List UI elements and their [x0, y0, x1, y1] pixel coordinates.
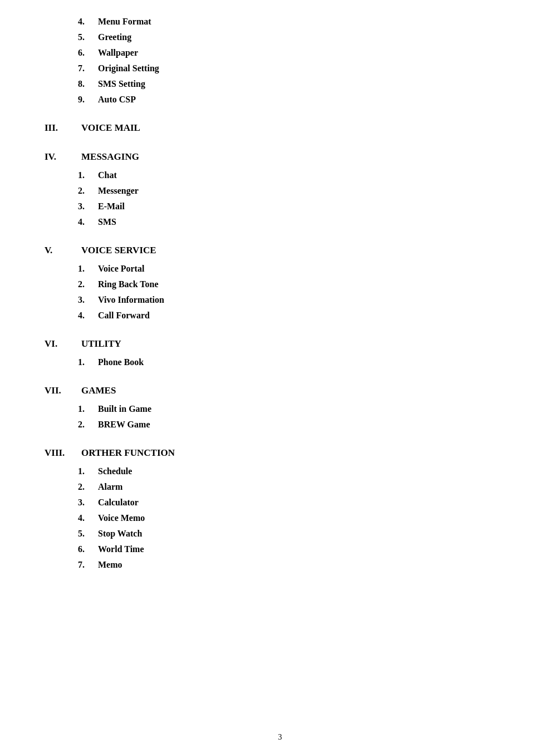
roman-numeral: III.: [45, 122, 72, 134]
item-number: 5.: [78, 32, 91, 42]
item-label: Ring Back Tone: [98, 279, 158, 289]
section-heading-voice-service: V. VOICE SERVICE: [45, 245, 515, 256]
list-item: 2. Ring Back Tone: [45, 279, 515, 289]
roman-numeral: VII.: [45, 385, 72, 396]
list-item: 3. Vivo Information: [45, 295, 515, 305]
section-heading-utility: VI. UTILITY: [45, 338, 515, 350]
list-item: 9. Auto CSP: [45, 95, 515, 105]
other-function-section: VIII. ORTHER FUNCTION 1. Schedule 2. Ala…: [45, 447, 515, 570]
item-label: Auto CSP: [98, 95, 136, 105]
section-title: VOICE SERVICE: [81, 245, 156, 256]
page-number: 3: [278, 733, 282, 741]
list-item: 6. World Time: [45, 544, 515, 554]
list-item: 2. Messenger: [45, 186, 515, 196]
item-number: 4.: [78, 217, 91, 227]
item-number: 2.: [78, 279, 91, 289]
item-label: Wallpaper: [98, 48, 138, 58]
roman-numeral: VIII.: [45, 447, 72, 459]
list-item: 7. Memo: [45, 560, 515, 570]
list-item: 5. Stop Watch: [45, 529, 515, 539]
utility-section: VI. UTILITY 1. Phone Book: [45, 338, 515, 367]
item-number: 1.: [78, 466, 91, 476]
item-number: 6.: [78, 544, 91, 554]
list-item: 4. Menu Format: [45, 17, 515, 27]
list-item: 2. BREW Game: [45, 420, 515, 430]
list-item: 3. E-Mail: [45, 201, 515, 211]
section-heading-voice-mail: III. VOICE MAIL: [45, 122, 515, 134]
section-heading-other-function: VIII. ORTHER FUNCTION: [45, 447, 515, 459]
section-heading-games: VII. GAMES: [45, 385, 515, 396]
section-title: ORTHER FUNCTION: [81, 447, 175, 459]
item-label: Schedule: [98, 466, 132, 476]
item-number: 9.: [78, 95, 91, 105]
item-number: 6.: [78, 48, 91, 58]
item-label: E-Mail: [98, 201, 125, 211]
list-item: 7. Original Setting: [45, 63, 515, 73]
messaging-section: IV. MESSAGING 1. Chat 2. Messenger 3. E-…: [45, 151, 515, 227]
games-section: VII. GAMES 1. Built in Game 2. BREW Game: [45, 385, 515, 430]
item-label: Messenger: [98, 186, 139, 196]
item-label: Phone Book: [98, 357, 144, 367]
item-label: Stop Watch: [98, 529, 142, 539]
item-number: 1.: [78, 264, 91, 274]
item-label: Memo: [98, 560, 122, 570]
list-item: 1. Schedule: [45, 466, 515, 476]
voice-service-section: V. VOICE SERVICE 1. Voice Portal 2. Ring…: [45, 245, 515, 321]
item-label: Chat: [98, 170, 117, 180]
roman-numeral: V.: [45, 245, 72, 256]
item-label: Greeting: [98, 32, 131, 42]
item-label: Calculator: [98, 498, 139, 508]
item-number: 7.: [78, 560, 91, 570]
voice-mail-section: III. VOICE MAIL: [45, 122, 515, 134]
list-item: 1. Chat: [45, 170, 515, 180]
item-label: Original Setting: [98, 63, 159, 73]
list-item: 1. Voice Portal: [45, 264, 515, 274]
games-sublist: 1. Built in Game 2. BREW Game: [45, 404, 515, 430]
item-number: 3.: [78, 295, 91, 305]
item-number: 5.: [78, 529, 91, 539]
list-item: 3. Calculator: [45, 498, 515, 508]
item-number: 3.: [78, 498, 91, 508]
voice-service-sublist: 1. Voice Portal 2. Ring Back Tone 3. Viv…: [45, 264, 515, 321]
list-item: 6. Wallpaper: [45, 48, 515, 58]
list-item: 5. Greeting: [45, 32, 515, 42]
section-title: MESSAGING: [81, 151, 139, 163]
item-label: Built in Game: [98, 404, 151, 414]
list-item: 4. Call Forward: [45, 311, 515, 321]
section-title: GAMES: [81, 385, 116, 396]
other-function-sublist: 1. Schedule 2. Alarm 3. Calculator 4. Vo…: [45, 466, 515, 570]
item-label: SMS Setting: [98, 79, 145, 89]
item-number: 2.: [78, 420, 91, 430]
item-number: 4.: [78, 311, 91, 321]
section-heading-messaging: IV. MESSAGING: [45, 151, 515, 163]
item-number: 7.: [78, 63, 91, 73]
item-label: BREW Game: [98, 420, 150, 430]
item-label: Vivo Information: [98, 295, 164, 305]
item-label: Alarm: [98, 482, 122, 492]
item-number: 3.: [78, 201, 91, 211]
list-item: 8. SMS Setting: [45, 79, 515, 89]
item-number: 1.: [78, 357, 91, 367]
item-number: 1.: [78, 170, 91, 180]
item-number: 2.: [78, 186, 91, 196]
item-label: SMS: [98, 217, 116, 227]
messaging-sublist: 1. Chat 2. Messenger 3. E-Mail 4. SMS: [45, 170, 515, 227]
item-label: Menu Format: [98, 17, 151, 27]
item-number: 4.: [78, 513, 91, 523]
list-item: 4. Voice Memo: [45, 513, 515, 523]
list-item: 4. SMS: [45, 217, 515, 227]
settings-sublist: 4. Menu Format 5. Greeting 6. Wallpaper …: [45, 17, 515, 105]
list-item: 1. Phone Book: [45, 357, 515, 367]
item-number: 8.: [78, 79, 91, 89]
list-item: 1. Built in Game: [45, 404, 515, 414]
section-title: VOICE MAIL: [81, 122, 140, 134]
item-number: 2.: [78, 482, 91, 492]
section-title: UTILITY: [81, 338, 121, 350]
item-label: World Time: [98, 544, 144, 554]
item-number: 1.: [78, 404, 91, 414]
item-label: Voice Portal: [98, 264, 144, 274]
utility-sublist: 1. Phone Book: [45, 357, 515, 367]
page-content: 4. Menu Format 5. Greeting 6. Wallpaper …: [0, 0, 560, 621]
item-label: Voice Memo: [98, 513, 145, 523]
roman-numeral: IV.: [45, 151, 72, 163]
